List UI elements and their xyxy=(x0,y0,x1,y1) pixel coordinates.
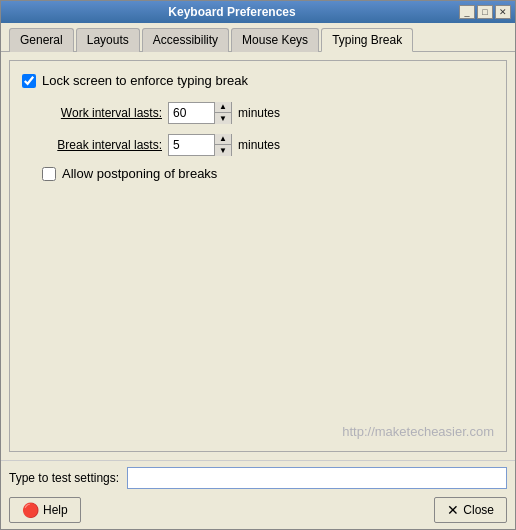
break-interval-input[interactable] xyxy=(169,135,214,155)
break-interval-spinner[interactable]: ▲ ▼ xyxy=(168,134,232,156)
bottom-section: Type to test settings: 🔴 Help ✕ Close xyxy=(1,460,515,529)
allow-postpone-label[interactable]: Allow postponing of breaks xyxy=(62,166,217,181)
close-icon: ✕ xyxy=(447,502,459,518)
work-interval-unit: minutes xyxy=(238,106,280,120)
help-label: Help xyxy=(43,503,68,517)
work-interval-row: Work interval lasts: ▲ ▼ minutes xyxy=(42,102,494,124)
work-interval-input[interactable] xyxy=(169,103,214,123)
help-icon: 🔴 xyxy=(22,502,39,518)
work-interval-down-button[interactable]: ▼ xyxy=(215,113,231,124)
close-button[interactable]: ✕ Close xyxy=(434,497,507,523)
break-interval-row: Break interval lasts: ▲ ▼ minutes xyxy=(42,134,494,156)
break-interval-up-button[interactable]: ▲ xyxy=(215,134,231,145)
break-interval-spinner-buttons: ▲ ▼ xyxy=(214,134,231,156)
tab-layouts[interactable]: Layouts xyxy=(76,28,140,52)
tab-accessibility[interactable]: Accessibility xyxy=(142,28,229,52)
tab-mouse-keys[interactable]: Mouse Keys xyxy=(231,28,319,52)
break-interval-label: Break interval lasts: xyxy=(42,138,162,152)
break-interval-down-button[interactable]: ▼ xyxy=(215,145,231,156)
allow-postpone-checkbox[interactable] xyxy=(42,167,56,181)
titlebar-buttons: _ □ ✕ xyxy=(459,5,511,19)
lock-screen-checkbox[interactable] xyxy=(22,74,36,88)
tabs-row: General Layouts Accessibility Mouse Keys… xyxy=(1,23,515,52)
minimize-button[interactable]: _ xyxy=(459,5,475,19)
panel: Lock screen to enforce typing break Work… xyxy=(9,60,507,452)
test-row: Type to test settings: xyxy=(9,467,507,489)
lock-screen-label[interactable]: Lock screen to enforce typing break xyxy=(42,73,248,88)
work-interval-spinner-buttons: ▲ ▼ xyxy=(214,102,231,124)
content-area: Lock screen to enforce typing break Work… xyxy=(1,52,515,460)
test-label: Type to test settings: xyxy=(9,471,119,485)
titlebar: Keyboard Preferences _ □ ✕ xyxy=(1,1,515,23)
maximize-button[interactable]: □ xyxy=(477,5,493,19)
work-interval-spinner[interactable]: ▲ ▼ xyxy=(168,102,232,124)
tab-typing-break[interactable]: Typing Break xyxy=(321,28,413,52)
tab-general[interactable]: General xyxy=(9,28,74,52)
close-label: Close xyxy=(463,503,494,517)
work-interval-up-button[interactable]: ▲ xyxy=(215,102,231,113)
close-button[interactable]: ✕ xyxy=(495,5,511,19)
help-button[interactable]: 🔴 Help xyxy=(9,497,81,523)
break-interval-unit: minutes xyxy=(238,138,280,152)
watermark: http://maketecheasier.com xyxy=(342,424,494,439)
test-input[interactable] xyxy=(127,467,507,489)
work-interval-label: Work interval lasts: xyxy=(42,106,162,120)
main-window: Keyboard Preferences _ □ ✕ General Layou… xyxy=(0,0,516,530)
allow-postpone-row: Allow postponing of breaks xyxy=(42,166,494,181)
lock-screen-row: Lock screen to enforce typing break xyxy=(22,73,494,88)
buttons-row: 🔴 Help ✕ Close xyxy=(9,497,507,523)
window-title: Keyboard Preferences xyxy=(5,5,459,19)
